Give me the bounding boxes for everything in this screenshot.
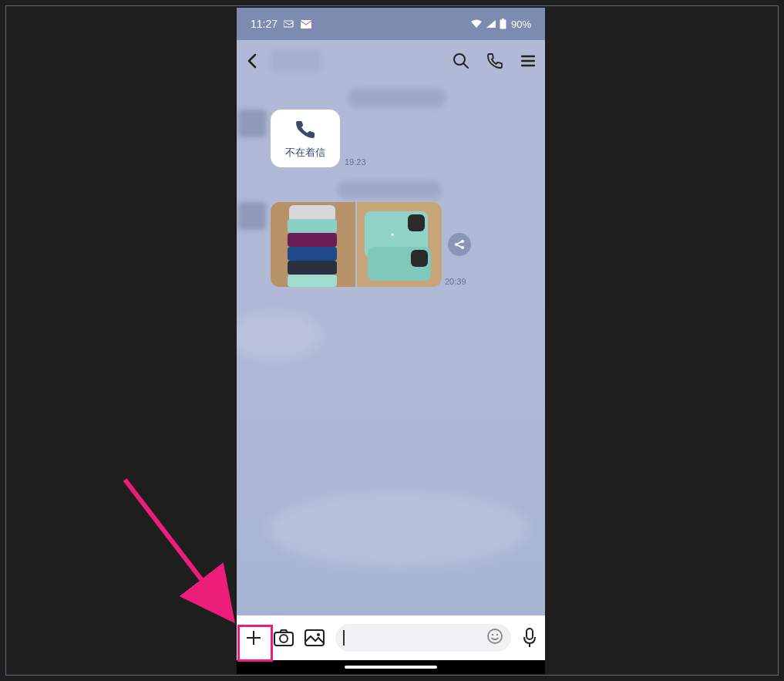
plus-button[interactable] xyxy=(244,629,263,647)
notification-icon xyxy=(284,19,294,29)
mic-icon xyxy=(522,628,537,648)
input-bar xyxy=(237,615,545,660)
signal-icon xyxy=(486,19,496,29)
avatar-blurred[interactable] xyxy=(238,202,266,230)
photo-thumbnail[interactable] xyxy=(271,202,355,287)
wifi-icon xyxy=(470,19,483,29)
chat-title-blurred xyxy=(271,50,321,72)
status-time: 11:27 xyxy=(251,18,278,30)
cloud-decoration xyxy=(237,313,321,359)
image-icon xyxy=(305,629,325,646)
avatar-blurred[interactable] xyxy=(238,110,266,137)
phone-icon xyxy=(294,119,317,139)
camera-icon xyxy=(274,629,294,646)
menu-icon[interactable] xyxy=(520,54,536,68)
svg-line-13 xyxy=(458,245,462,248)
emoji-button[interactable] xyxy=(486,628,503,648)
svg-point-21 xyxy=(492,634,493,635)
share-button[interactable] xyxy=(448,233,471,256)
chat-header xyxy=(237,40,545,82)
svg-line-12 xyxy=(458,242,462,244)
battery-icon xyxy=(500,19,506,29)
svg-point-20 xyxy=(488,629,502,643)
svg-line-5 xyxy=(463,63,468,68)
missed-call-time: 19:23 xyxy=(345,157,366,167)
battery-percent: 90% xyxy=(511,19,531,30)
home-indicator[interactable] xyxy=(345,666,437,669)
chat-body[interactable]: 不在着信 19:23 • xyxy=(237,82,545,615)
svg-rect-3 xyxy=(500,20,506,29)
share-icon xyxy=(453,238,466,251)
svg-rect-23 xyxy=(527,629,533,639)
gallery-button[interactable] xyxy=(305,629,325,646)
svg-point-10 xyxy=(461,240,464,243)
mic-button[interactable] xyxy=(522,628,537,648)
missed-call-label: 不在着信 xyxy=(277,147,334,160)
svg-point-11 xyxy=(461,246,464,249)
nav-bar xyxy=(237,660,545,674)
svg-point-17 xyxy=(280,635,288,642)
text-cursor xyxy=(343,630,345,646)
camera-button[interactable] xyxy=(274,629,294,646)
cloud-decoration xyxy=(268,491,530,568)
svg-point-19 xyxy=(317,633,320,636)
back-icon[interactable] xyxy=(246,53,260,69)
photo-message-time: 20:39 xyxy=(445,277,466,286)
plus-icon xyxy=(244,629,263,647)
message-input[interactable] xyxy=(335,624,511,652)
call-icon[interactable] xyxy=(486,52,503,69)
phone-screen: 11:27 90% 不在着信 19 xyxy=(237,8,545,674)
sender-name-blurred xyxy=(348,88,446,108)
sender-name-blurred xyxy=(337,180,442,199)
missed-call-bubble[interactable]: 不在着信 xyxy=(271,110,340,167)
photo-message[interactable]: • xyxy=(271,202,442,287)
smiley-icon xyxy=(486,628,503,645)
mail-icon xyxy=(301,20,311,29)
photo-thumbnail[interactable]: • xyxy=(357,202,442,287)
search-icon[interactable] xyxy=(453,52,469,69)
status-bar: 11:27 90% xyxy=(237,8,545,40)
svg-rect-2 xyxy=(502,19,504,20)
svg-point-22 xyxy=(496,634,498,635)
